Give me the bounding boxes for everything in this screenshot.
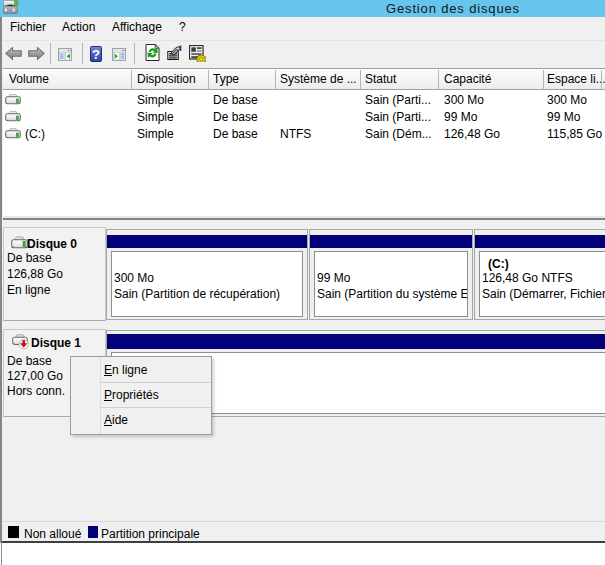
svg-text:?: ?: [92, 47, 100, 62]
